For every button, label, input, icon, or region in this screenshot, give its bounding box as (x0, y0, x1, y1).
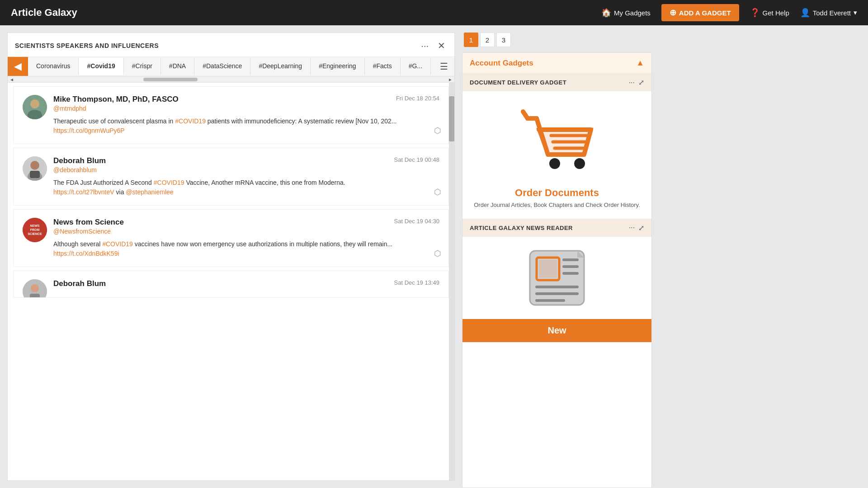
gadget-title: ARTICLE GALAXY NEWS READER (470, 225, 573, 231)
tweet-content: Mike Thompson, MD, PhD, FASCO @mtmdphd F… (53, 95, 439, 136)
tabs-container: ◀ Coronavirus #Covid19 #Crispr #DNA #Dat… (8, 57, 454, 76)
tab-scroll-left-button[interactable]: ◀ (8, 57, 28, 76)
tweet-handle: @mtmdphd (53, 105, 179, 112)
avatar-image: NEWS FROM SCIENCE (23, 218, 47, 242)
tab-menu-button[interactable]: ☰ (434, 57, 454, 75)
app-title: Article Galaxy (11, 7, 77, 19)
panel-header: SCIENTISTS SPEAKERS AND INFLUENCERS ··· … (8, 33, 454, 57)
gadget-expand-button[interactable]: ⤢ (638, 78, 644, 87)
page-3-button[interactable]: 3 (496, 33, 511, 47)
account-gadgets-panel: Account Gadgets ▲ DOCUMENT DELIVERY GADG… (462, 52, 652, 488)
tab-covid19[interactable]: #Covid19 (79, 58, 123, 75)
svg-point-19 (574, 158, 585, 169)
tweet-hashtag[interactable]: #COVID19 (102, 240, 133, 248)
tweet-card: Mike Thompson, MD, PhD, FASCO @mtmdphd F… (13, 86, 449, 144)
news-reader-body (462, 237, 651, 319)
panel-more-button[interactable]: ··· (419, 40, 430, 52)
tweet-author: News from Science (53, 218, 124, 227)
my-gadgets-link[interactable]: 🏠 My Gadgets (601, 8, 651, 18)
tweet-content: News from Science @NewsfromScience Sat D… (53, 218, 439, 258)
tweet-handle: @deborahblum (53, 166, 106, 174)
gadget-card-header: DOCUMENT DELIVERY GADGET ··· ⤢ (462, 74, 651, 91)
horizontal-scrollbar[interactable]: ◂ ▸ (8, 76, 454, 83)
user-menu[interactable]: 👤 Todd Everett ▾ (800, 8, 857, 18)
tweet-via-link[interactable]: @stephaniemlee (126, 188, 173, 196)
tab-datascience[interactable]: #DataScience (194, 58, 250, 75)
scroll-left-arrow[interactable]: ◂ (10, 76, 13, 83)
tweet-header: News from Science @NewsfromScience Sat D… (53, 218, 439, 235)
add-gadget-button[interactable]: ⊕ ADD A GADGET (661, 4, 739, 21)
svg-text:FROM: FROM (30, 228, 40, 231)
tab-deeplearning[interactable]: #DeepLearning (250, 58, 311, 75)
user-label: Todd Everett (813, 9, 851, 17)
tab-crispr[interactable]: #Crispr (124, 58, 161, 75)
avatar: NEWS FROM SCIENCE (23, 218, 47, 242)
panel-title: SCIENTISTS SPEAKERS AND INFLUENCERS (15, 42, 159, 49)
svg-point-18 (549, 158, 560, 169)
external-link-icon[interactable]: ⬡ (434, 126, 441, 136)
tweet-header: Mike Thompson, MD, PhD, FASCO @mtmdphd F… (53, 95, 439, 112)
tweet-hashtag[interactable]: #COVID19 (175, 117, 206, 125)
page-2-button[interactable]: 2 (480, 33, 495, 47)
tweet-link[interactable]: https://t.co/0gnmWuPy6P (53, 127, 125, 134)
tweet-time: Sat Dec 19 13:49 (394, 279, 439, 286)
tweet-text: Therapeutic use of convalescent plasma i… (53, 117, 439, 136)
collapse-button[interactable]: ▲ (636, 58, 644, 68)
header-nav: 🏠 My Gadgets ⊕ ADD A GADGET ❓ Get Help 👤… (601, 4, 857, 21)
svg-rect-14 (30, 294, 40, 298)
account-gadgets-header: Account Gadgets ▲ (462, 53, 651, 74)
external-link-icon[interactable]: ⬡ (434, 249, 441, 258)
gadget-header-icons: ··· ⤢ (629, 78, 644, 87)
new-button[interactable]: New (462, 319, 651, 342)
svg-point-1 (30, 99, 39, 108)
tweet-text: The FDA Just Authorized A Second #COVID1… (53, 178, 439, 197)
order-documents-desc: Order Journal Articles, Book Chapters an… (474, 201, 640, 210)
avatar (23, 156, 47, 181)
main-layout: SCIENTISTS SPEAKERS AND INFLUENCERS ··· … (0, 25, 868, 488)
gadget-header-icons: ··· ⤢ (629, 224, 644, 232)
gadget-expand-button[interactable]: ⤢ (638, 224, 644, 232)
panel-close-button[interactable]: ✕ (436, 39, 447, 52)
tweet-link[interactable]: https://t.co/XdnBdkK59i (53, 250, 119, 257)
tweet-link[interactable]: https://t.co/t27lbvnteV (53, 188, 114, 196)
cart-icon-container (514, 105, 600, 179)
avatar (23, 95, 47, 119)
get-help-label: Get Help (763, 9, 789, 17)
gadget-more-button[interactable]: ··· (629, 224, 635, 232)
gadget-more-button[interactable]: ··· (629, 79, 635, 87)
account-gadgets-title: Account Gadgets (470, 59, 533, 68)
my-gadgets-label: My Gadgets (614, 9, 651, 17)
tweet-hashtag[interactable]: #COVID19 (154, 179, 184, 186)
tweet-feed[interactable]: Mike Thompson, MD, PhD, FASCO @mtmdphd F… (8, 83, 454, 480)
tweet-content: Deborah Blum Sat Dec 19 13:49 (53, 279, 439, 288)
cart-icon (514, 105, 600, 177)
tab-engineering[interactable]: #Engineering (311, 58, 365, 75)
avatar-image (23, 279, 47, 298)
get-help-link[interactable]: ❓ Get Help (750, 8, 789, 18)
tweet-card: NEWS FROM SCIENCE News from Science @New… (13, 209, 449, 267)
tweet-content: Deborah Blum @deborahblum Sat Dec 19 00:… (53, 156, 439, 197)
scroll-thumb[interactable] (143, 78, 198, 81)
page-1-button[interactable]: 1 (464, 33, 478, 47)
tabs-list: Coronavirus #Covid19 #Crispr #DNA #DataS… (28, 58, 434, 75)
panel-header-icons: ··· ✕ (419, 39, 447, 52)
external-link-icon[interactable]: ⬡ (434, 187, 441, 197)
tweet-card-partial: Deborah Blum Sat Dec 19 13:49 (13, 271, 449, 298)
plus-circle-icon: ⊕ (670, 8, 676, 18)
tab-g[interactable]: #G... (401, 58, 431, 75)
right-panel: 1 2 3 Account Gadgets ▲ DOCUMENT DELIVER… (462, 33, 652, 488)
tweet-time: Sat Dec 19 00:48 (394, 156, 439, 163)
tweet-text: Although several #COVID19 vaccines have … (53, 239, 439, 258)
tab-coronavirus[interactable]: Coronavirus (28, 58, 79, 75)
svg-point-6 (31, 161, 39, 169)
vertical-scrollbar[interactable] (449, 83, 454, 480)
svg-text:SCIENCE: SCIENCE (28, 232, 42, 235)
scroll-right-arrow[interactable]: ▸ (449, 76, 452, 83)
svg-point-13 (31, 284, 39, 292)
tab-dna[interactable]: #DNA (161, 58, 194, 75)
scroll-thumb-vertical[interactable] (449, 96, 454, 141)
tab-facts[interactable]: #Facts (365, 58, 401, 75)
tweet-handle: @NewsfromScience (53, 228, 124, 235)
tweet-time: Sat Dec 19 04:30 (394, 218, 439, 225)
page-numbers: 1 2 3 (462, 33, 652, 47)
